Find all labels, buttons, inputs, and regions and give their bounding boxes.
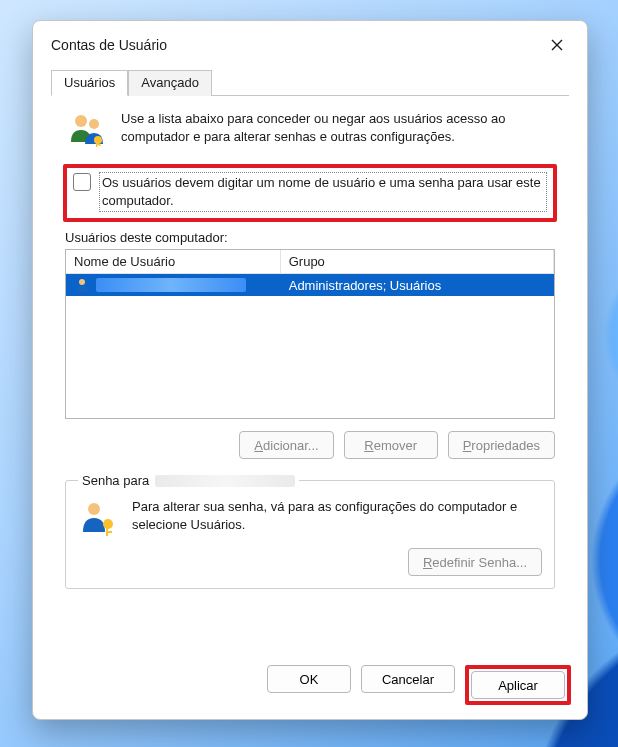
tabstrip: Usuários Avançado — [51, 69, 569, 96]
titlebar: Contas de Usuário — [33, 21, 587, 63]
ok-button[interactable]: OK — [267, 665, 351, 693]
require-login-checkbox[interactable] — [73, 173, 91, 191]
properties-button[interactable]: Propriedades — [448, 431, 555, 459]
user-icon — [74, 277, 90, 293]
listview-header: Nome de Usuário Grupo — [66, 250, 554, 274]
svg-point-4 — [79, 279, 85, 285]
dialog-footer: OK Cancelar Aplicar — [33, 657, 587, 719]
redacted-username-legend — [155, 475, 295, 487]
svg-point-2 — [94, 136, 102, 144]
table-row[interactable]: Administradores; Usuários — [66, 274, 554, 296]
tab-advanced[interactable]: Avançado — [128, 70, 212, 96]
intro-block: Use a lista abaixo para conceder ou nega… — [61, 110, 559, 158]
dialog-body: Usuários Avançado Use a lista abaixo — [33, 63, 587, 657]
apply-button[interactable]: Aplicar — [471, 671, 565, 699]
window-title: Contas de Usuário — [51, 37, 167, 53]
intro-text: Use a lista abaixo para conceder ou nega… — [121, 110, 553, 146]
apply-highlight: Aplicar — [465, 665, 571, 705]
password-text: Para alterar sua senha, vá para as confi… — [132, 498, 542, 534]
tab-users[interactable]: Usuários — [51, 70, 128, 96]
password-legend: Senha para — [78, 473, 299, 488]
cell-group: Administradores; Usuários — [281, 278, 554, 293]
svg-point-1 — [89, 119, 99, 129]
svg-point-5 — [88, 503, 100, 515]
close-icon — [551, 39, 563, 51]
require-login-label[interactable]: Os usuários devem digitar um nome de usu… — [99, 172, 547, 212]
close-button[interactable] — [539, 31, 575, 59]
reset-password-button[interactable]: Redefinir Senha... — [408, 548, 542, 576]
users-listview[interactable]: Nome de Usuário Grupo Administradores — [65, 249, 555, 419]
user-accounts-dialog: Contas de Usuário Usuários Avançado — [32, 20, 588, 720]
remove-user-button[interactable]: Remover — [344, 431, 438, 459]
require-login-row: Os usuários devem digitar um nome de usu… — [63, 164, 557, 222]
tab-users-body: Use a lista abaixo para conceder ou nega… — [51, 96, 569, 643]
column-header-group[interactable]: Grupo — [281, 250, 554, 273]
add-user-button[interactable]: Adicionar... — [239, 431, 333, 459]
users-icon — [67, 110, 107, 150]
column-header-username[interactable]: Nome de Usuário — [66, 250, 281, 273]
svg-point-0 — [75, 115, 87, 127]
password-group: Senha para Para alterar sua senha, vá — [65, 473, 555, 589]
list-buttons: Adicionar... Remover Propriedades — [65, 431, 555, 459]
svg-rect-8 — [106, 531, 112, 533]
users-list-label: Usuários deste computador: — [65, 230, 555, 245]
user-key-icon — [78, 498, 118, 538]
cancel-button[interactable]: Cancelar — [361, 665, 455, 693]
redacted-username — [96, 278, 246, 292]
